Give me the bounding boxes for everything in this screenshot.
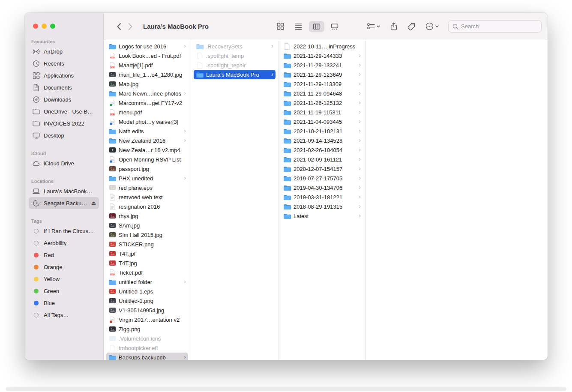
file-row[interactable]: 2021-11-04-093445› [281,117,363,126]
file-row[interactable]: Nath edits› [106,126,188,136]
doc-icon [109,100,116,106]
file-row[interactable]: PDFmenu.pdf [106,108,188,117]
finder-column-2: .RecoverySets›.spotlight_temp.spotlight_… [191,40,279,360]
file-row[interactable]: PDFLook Book…ed - Frut.pdf [106,51,188,60]
sidebar-item-orange[interactable]: Orange [29,261,99,273]
file-row[interactable]: Model phot…y waiver[3] [106,117,188,126]
group-button[interactable] [367,23,380,30]
sidebar-item-green[interactable]: Green [29,285,99,297]
file-row[interactable]: Latest› [281,211,363,221]
sidebar-item-airdrop[interactable]: AirDrop [29,45,99,57]
file-row[interactable]: tmbootpicker.efi [106,343,188,353]
file-row[interactable]: PHX unedited› [106,174,188,183]
gallery-view-button[interactable] [327,21,342,32]
file-row[interactable]: Untitled-1.png [106,296,188,305]
file-row[interactable]: .RecoverySets› [194,42,276,51]
search-input[interactable] [461,23,537,30]
sidebar-item-all-tags[interactable]: All Tags… [29,309,99,321]
file-row[interactable]: Marcomms…get FY17-v2 [106,98,188,108]
sidebar-item-icloud-drive[interactable]: iCloud Drive [29,157,99,169]
file-row[interactable]: .spotlight_repair [194,60,276,70]
file-row[interactable]: Slm Hall 2015.jpg [106,230,188,239]
file-row[interactable]: SAm.jpg [106,221,188,230]
file-row[interactable]: STICKER.png [106,239,188,249]
sidebar-item-invoices-2022[interactable]: INVOICES 2022 [29,117,99,129]
file-row[interactable]: T4T.jpg [106,258,188,268]
eject-icon[interactable]: ⏏ [91,200,96,206]
list-view-button[interactable] [291,21,306,32]
file-row[interactable]: Laura’s MacBook Pro› [194,70,276,79]
file-row[interactable]: 2021-11-19-115311› [281,108,363,117]
file-row[interactable]: 2021-11-29-133241› [281,60,363,70]
sidebar-item-yellow[interactable]: Yellow [29,273,99,285]
sidebar-item-if-i-ran-the-circus[interactable]: If I Ran the Circus… [29,225,99,237]
file-row[interactable]: 2021-11-29-144333› [281,51,363,60]
file-row[interactable]: New Zeala…r 16 v2.mp4 [106,145,188,155]
file-row[interactable]: remvoed web text [106,192,188,202]
file-row[interactable]: 2019-04-30-134706› [281,183,363,192]
file-row[interactable]: resignation 2016 [106,202,188,211]
file-row[interactable]: Virgin 2017…entation v2 [106,315,188,324]
file-row[interactable]: Untitled-1.eps [106,287,188,296]
file-row[interactable]: Zigg.png [106,324,188,334]
file-row[interactable]: 2021-10-21-102131› [281,126,363,136]
file-row[interactable]: Logos for use 2016› [106,42,188,51]
forward-button[interactable] [125,21,136,32]
sidebar-item-laura-s-macbook[interactable]: Laura’s MacBook… [29,185,99,197]
file-row[interactable]: 2021-11-29-123649› [281,70,363,79]
sidebar-item-downloads[interactable]: Downloads [29,93,99,105]
share-button[interactable] [390,22,397,30]
file-row[interactable]: 2021-11-26-125132› [281,98,363,108]
sidebar-item-blue[interactable]: Blue [29,297,99,309]
back-button[interactable] [113,21,125,32]
column-view-button[interactable] [309,21,324,32]
file-row[interactable]: T4T.jpf [106,249,188,258]
file-row[interactable]: 2022-10-11….inProgress [281,42,363,51]
sidebar-item-desktop[interactable]: Desktop [29,129,99,141]
tag-button[interactable] [407,23,415,30]
file-row[interactable]: man_file_1…o4_1280.jpg [106,70,188,79]
file-name: T4T.jpg [119,260,137,266]
file-row[interactable]: 2019-03-31-181221› [281,192,363,202]
file-row[interactable]: 2021-02-26-104054› [281,145,363,155]
search-field[interactable] [448,20,542,33]
file-row[interactable]: V1-305149954.jpg [106,305,188,315]
sidebar-item-red[interactable]: Red [29,249,99,261]
sidebar-item-documents[interactable]: Documents [29,81,99,93]
file-row[interactable]: 2021-11-29-113309› [281,79,363,89]
sidebar-item-recents[interactable]: Recents [29,57,99,69]
file-row[interactable]: .spotlight_temp [194,51,276,60]
desktop-icon [32,132,40,139]
sidebar-section-title: iCloud [31,151,96,156]
file-row[interactable]: untitled folder› [106,277,188,287]
file-row[interactable]: passport.jpg [106,164,188,174]
file-row[interactable]: red plane.eps [106,183,188,192]
sidebar-item-seagate-backu[interactable]: Seagate Backu…⏏ [29,197,99,209]
file-row[interactable]: 2019-07-27-175705› [281,174,363,183]
image-icon [109,308,116,313]
file-row[interactable]: Marc Newn…inee photos› [106,89,188,98]
sidebar-item-aerobility[interactable]: Aerobility [29,237,99,249]
icon-view-button[interactable] [273,21,288,32]
file-row[interactable]: 2021-11-29-094648› [281,89,363,98]
file-row[interactable]: 2020-12-07-154157› [281,164,363,174]
more-button[interactable] [425,22,439,30]
file-row[interactable]: New Zealand 2016› [106,136,188,145]
file-row[interactable]: rhys.jpg [106,211,188,221]
image-icon [109,289,116,294]
minimize-window-button[interactable] [42,24,47,29]
file-row[interactable]: .VolumeIcon.icns [106,334,188,343]
file-row[interactable]: Backups.backupdb› [106,353,188,360]
file-row[interactable]: 2021-02-09-161121› [281,155,363,164]
zoom-window-button[interactable] [50,24,55,29]
close-window-button[interactable] [33,24,38,29]
sidebar-item-onedrive-use-be[interactable]: OneDrive - Use Be… [29,105,99,117]
file-row[interactable]: 2018-08-29-191315› [281,202,363,211]
sidebar-item-applications[interactable]: Applications [29,69,99,81]
file-row[interactable]: Open Monring RSVP List [106,155,188,164]
file-row[interactable]: 2021-09-14-134528› [281,136,363,145]
file-row[interactable]: Map.jpg [106,79,188,89]
file-row[interactable]: PDFTicket.pdf [106,268,188,277]
file-row[interactable]: PDFMaartje[1].pdf [106,60,188,70]
file-name: STICKER.png [119,241,154,248]
